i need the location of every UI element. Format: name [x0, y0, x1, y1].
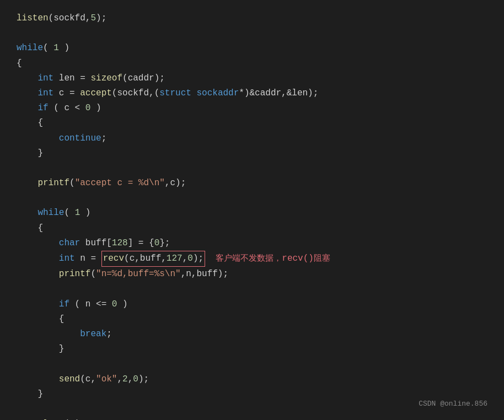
recv-highlight: recv(c,buff,127,0);: [101, 251, 205, 267]
line-printf1: printf("accept c = %d\n",c);: [17, 176, 487, 191]
blank-line-2: [17, 161, 487, 176]
line-open4: {: [17, 312, 487, 327]
line-listen: listen(sockfd,5);: [17, 11, 487, 26]
line-close2: }: [17, 146, 487, 161]
blank-line-3: [17, 191, 487, 206]
line-close4: }: [17, 342, 487, 357]
blank-line-6: [17, 402, 487, 417]
line-open1: {: [17, 56, 487, 71]
line-if-n: if ( n <= 0 ): [17, 297, 487, 312]
blank-line-4: [17, 282, 487, 297]
line-int-n: int n = recv(c,buff,127,0); 客户端不发数据，recv…: [17, 251, 487, 267]
annotation-recv-block: 阻塞: [314, 251, 330, 265]
func-listen: listen: [17, 11, 49, 26]
line-while2: while( 1 ): [17, 206, 487, 220]
blank-line: [17, 26, 487, 41]
line-char-buff: char buff[128] = {0};: [17, 236, 487, 251]
annotation-recv-func: recv(): [282, 251, 314, 266]
line-printf2: printf("n=%d,buff=%s\n",n,buff);: [17, 267, 487, 282]
code-container: listen(sockfd,5); while( 1 ) { int len =…: [0, 0, 504, 420]
line-open2: {: [17, 116, 487, 131]
blank-line-5: [17, 357, 487, 371]
line-close-c: close(c);: [17, 417, 487, 420]
line-int-len: int len = sizeof(caddr);: [17, 71, 487, 86]
line-int-c: int c = accept(sockfd,(struct sockaddr*)…: [17, 86, 487, 101]
line-close3: }: [17, 387, 487, 402]
line-while1: while( 1 ): [17, 41, 487, 56]
watermark: CSDN @online.856: [419, 398, 487, 410]
line-open3: {: [17, 221, 487, 236]
line-continue: continue;: [17, 131, 487, 146]
line-if-c: if ( c < 0 ): [17, 101, 487, 116]
line-break: break;: [17, 327, 487, 342]
annotation-recv: 客户端不发数据，: [216, 251, 282, 265]
line-send: send(c,"ok",2,0);: [17, 372, 487, 387]
